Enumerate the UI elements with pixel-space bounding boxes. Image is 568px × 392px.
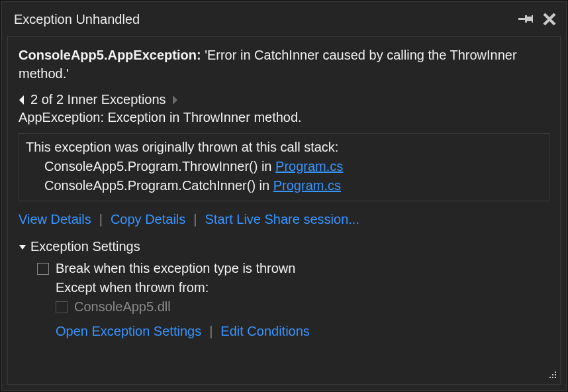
titlebar-controls	[518, 12, 557, 26]
exception-message: ConsoleApp5.AppException: 'Error in Catc…	[19, 46, 549, 83]
stack-method: ConsoleApp5.Program.ThrowInner() in	[44, 159, 275, 173]
pin-icon[interactable]	[518, 14, 533, 24]
stack-frame: ConsoleApp5.Program.ThrowInner() in Prog…	[26, 157, 542, 176]
open-exception-settings-link[interactable]: Open Exception Settings	[56, 324, 201, 339]
expand-collapse-icon[interactable]	[19, 243, 26, 251]
prev-inner-icon[interactable]	[19, 95, 25, 105]
view-details-link[interactable]: View Details	[19, 212, 91, 227]
svg-rect-12	[555, 377, 556, 378]
svg-rect-0	[518, 18, 525, 20]
live-share-link[interactable]: Start Live Share session...	[205, 212, 359, 227]
stack-file-link[interactable]: Program.cs	[275, 159, 343, 173]
svg-rect-2	[527, 17, 532, 21]
svg-rect-3	[532, 15, 533, 23]
svg-rect-7	[555, 371, 556, 373]
inner-exception-nav: 2 of 2 Inner Exceptions	[19, 92, 549, 107]
inner-exception-text: AppException: Exception in ThrowInner me…	[19, 110, 549, 125]
svg-rect-8	[552, 374, 553, 375]
except-when-label: Except when thrown from:	[37, 280, 549, 295]
action-row: View Details | Copy Details | Start Live…	[19, 212, 549, 227]
exception-settings-body: Break when this exception type is thrown…	[19, 261, 549, 339]
except-module-label: ConsoleApp5.dll	[74, 299, 171, 315]
stack-file-link[interactable]: Program.cs	[273, 178, 341, 193]
svg-rect-11	[552, 377, 553, 378]
titlebar: Exception Unhandled	[2, 2, 566, 36]
settings-action-row: Open Exception Settings | Edit Condition…	[37, 324, 549, 339]
inner-exception-count: 2 of 2 Inner Exceptions	[30, 92, 166, 107]
exception-type: ConsoleApp5.AppException:	[19, 48, 201, 62]
svg-marker-6	[19, 245, 26, 250]
edit-conditions-link[interactable]: Edit Conditions	[220, 324, 310, 339]
svg-rect-10	[549, 377, 551, 378]
svg-rect-1	[525, 15, 527, 23]
close-icon[interactable]	[542, 12, 557, 26]
svg-marker-5	[173, 95, 177, 105]
call-stack-intro: This exception was originally thrown at …	[26, 138, 542, 157]
stack-method: ConsoleApp5.Program.CatchInner() in	[44, 178, 273, 193]
copy-details-link[interactable]: Copy Details	[111, 212, 185, 227]
except-module-checkbox	[56, 301, 68, 313]
break-when-thrown-row: Break when this exception type is thrown	[37, 261, 549, 276]
exception-helper-window: Exception Unhandled ConsoleApp5.AppExcep…	[1, 1, 567, 391]
svg-marker-4	[19, 95, 24, 105]
separator: |	[193, 212, 197, 227]
call-stack-box: This exception was originally thrown at …	[19, 133, 549, 201]
resize-grip-icon[interactable]	[548, 368, 557, 383]
separator: |	[209, 324, 213, 339]
next-inner-icon[interactable]	[171, 95, 178, 105]
separator: |	[99, 212, 103, 227]
break-when-thrown-label: Break when this exception type is thrown	[56, 261, 295, 276]
exception-settings-header[interactable]: Exception Settings	[19, 239, 549, 254]
except-module-row: ConsoleApp5.dll	[37, 299, 549, 315]
window-title: Exception Unhandled	[14, 12, 140, 27]
exception-settings-label: Exception Settings	[30, 239, 140, 254]
break-when-thrown-checkbox[interactable]	[37, 263, 49, 275]
stack-frame: ConsoleApp5.Program.CatchInner() in Prog…	[26, 176, 542, 195]
content-area: ConsoleApp5.AppException: 'Error in Catc…	[7, 36, 561, 385]
svg-rect-9	[555, 374, 556, 375]
